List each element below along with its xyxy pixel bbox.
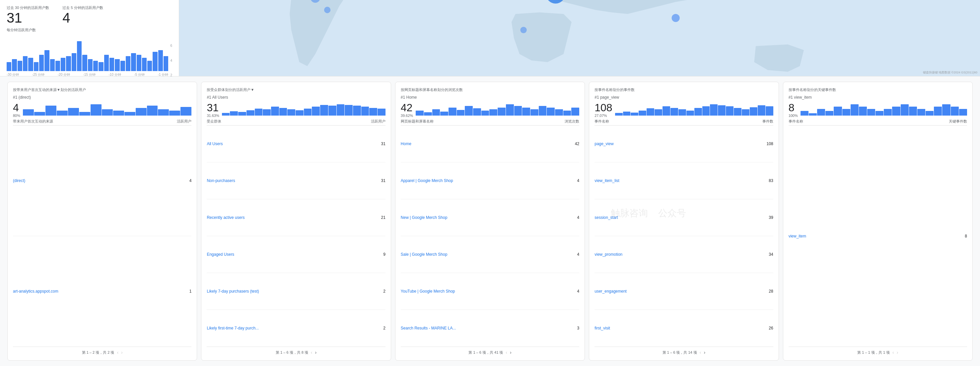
mini-bar: [271, 107, 279, 115]
stat-5min-label: 过去 5 分钟的活跃用户数: [62, 5, 103, 10]
next-button[interactable]: ›: [704, 350, 705, 355]
mini-bar: [287, 109, 295, 115]
mini-bar: [809, 113, 817, 115]
mini-bar: [416, 110, 424, 115]
prev-button[interactable]: ‹: [700, 350, 701, 355]
mini-bar: [304, 109, 312, 115]
card-footer: 第 1 – 2 项，共 2 项 ‹ ›: [13, 347, 191, 355]
mini-bar: [555, 109, 563, 115]
bar-item: [61, 58, 65, 71]
mini-bar: [909, 107, 917, 115]
mini-bar: [312, 107, 320, 115]
mini-bar: [563, 110, 571, 115]
row-value: 1: [148, 236, 191, 347]
bar-item: [147, 61, 152, 71]
mini-bar: [851, 104, 859, 115]
mini-bar: [169, 110, 180, 115]
mini-bar: [432, 109, 440, 115]
table-row: New | Google Merch Shop 4: [401, 199, 579, 236]
row-value: 28: [728, 273, 773, 310]
map-background: 键盘快捷键 地图数据 ©2024 GS(2011)60: [179, 0, 980, 76]
col-header-1: 带来用户首次互动的来源: [13, 118, 148, 126]
footer-text: 第 1 – 6 项，共 8 项: [276, 350, 308, 355]
mini-bar: [369, 108, 377, 115]
card-table: 网页标题和屏幕名称 浏览次数 Home 42 Apparel | Google …: [401, 118, 579, 347]
bar-item: [72, 53, 76, 71]
prev-button[interactable]: ‹: [117, 350, 118, 355]
mini-bar: [917, 109, 925, 115]
mini-bar: [694, 108, 702, 115]
row-value: 39: [728, 199, 773, 236]
mini-bar: [473, 108, 481, 115]
row-value: 4: [542, 162, 579, 199]
card-footer: 第 1 – 1 项，共 1 项 ‹ ›: [789, 347, 967, 355]
map-note: 键盘快捷键 地图数据 ©2024 GS(2011)60: [923, 70, 977, 75]
bar-item: [110, 58, 114, 71]
table-row: YouTube | Google Merch Shop 4: [401, 273, 579, 310]
row-name: Sale | Google Merch Shop: [401, 236, 542, 273]
mini-bar: [547, 108, 555, 115]
mini-bar: [959, 109, 967, 115]
bar-chart: [6, 41, 168, 71]
next-button[interactable]: ›: [121, 350, 123, 355]
table-row: All Users 31: [207, 126, 385, 162]
bar-item: [50, 59, 55, 71]
bar-item: [28, 58, 33, 71]
mini-bar: [639, 110, 646, 115]
row-name: All Users: [207, 126, 346, 162]
svg-point-9: [324, 6, 331, 13]
col-header-2: 关键事件数: [877, 118, 967, 126]
mini-bar-chart: [222, 102, 385, 115]
mini-bar: [489, 109, 497, 115]
card-top-value: 8: [789, 102, 798, 113]
mini-bar: [867, 109, 875, 115]
col-header-1: 受众群体: [207, 118, 346, 126]
row-name: Likely 7-day purchasers (test): [207, 273, 346, 310]
mini-bar: [623, 112, 631, 115]
row-value: 4: [542, 199, 579, 236]
prev-button[interactable]: ‹: [311, 350, 312, 355]
row-name: view_item: [789, 126, 877, 347]
card-table: 受众群体 活跃用户 All Users 31 Non-purchasers 31…: [207, 118, 385, 347]
next-button[interactable]: ›: [510, 350, 512, 355]
table-row: page_view 108: [595, 126, 773, 162]
mini-bar: [615, 113, 623, 115]
prev-button[interactable]: ‹: [892, 350, 894, 355]
table-row: Non-purchasers 31: [207, 162, 385, 199]
mini-bar: [670, 108, 678, 115]
svg-point-7: [672, 14, 680, 22]
mini-bar: [345, 105, 353, 115]
row-value: 31: [346, 126, 385, 162]
stats-row: 过去 30 分钟的活跃用户数 31 过去 5 分钟的活跃用户数 4: [6, 5, 172, 25]
mini-bar: [222, 113, 230, 116]
prev-button[interactable]: ‹: [506, 350, 507, 355]
bar-item: [164, 56, 168, 71]
next-button[interactable]: ›: [897, 350, 898, 355]
bar-item: [6, 62, 11, 71]
stat-30min-label: 过去 30 分钟的活跃用户数: [6, 5, 49, 10]
mini-bar: [826, 111, 834, 115]
footer-text: 第 1 – 6 项，共 41 项: [468, 350, 503, 355]
table-row: session_start 39: [595, 199, 773, 236]
bar-item: [115, 59, 119, 71]
col-header-1: 网页标题和屏幕名称: [401, 118, 542, 126]
table-row: Likely 7-day purchasers (test) 2: [207, 273, 385, 310]
mini-bar: [180, 107, 191, 115]
analytics-card: 按带来用户首次互动的来源▼划分的活跃用户 #1 (direct) 4 80% 带…: [7, 82, 197, 361]
row-name: session_start: [595, 199, 727, 236]
mini-bar: [147, 105, 158, 115]
mini-bar: [800, 111, 808, 115]
mini-bar: [702, 106, 710, 115]
table-row: Engaged Users 9: [207, 236, 385, 273]
analytics-card: 按受众群体划分的活跃用户▼ #1 All Users 31 31.63% 受众群…: [201, 82, 391, 361]
row-name: user_engagement: [595, 273, 727, 310]
bar-item: [39, 55, 44, 71]
row-value: 21: [346, 199, 385, 236]
bar-item: [45, 50, 49, 71]
mini-bar: [530, 109, 538, 115]
mini-bar: [718, 105, 725, 115]
card-top-value: 108: [595, 102, 612, 113]
row-name: view_promotion: [595, 236, 727, 273]
next-button[interactable]: ›: [315, 350, 317, 355]
table-row: Apparel | Google Merch Shop 4: [401, 162, 579, 199]
